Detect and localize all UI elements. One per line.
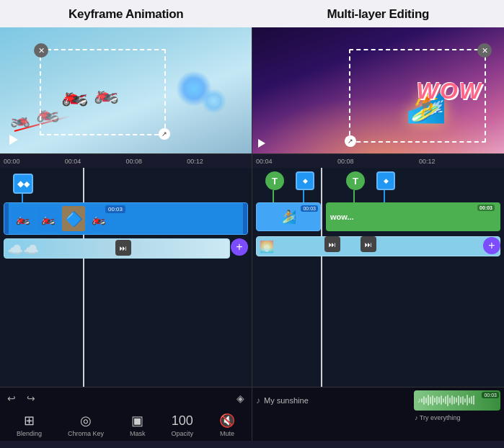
left-video-track[interactable]: 🏍️ 🏍️ 🔷 🏍️ 00:03 — [4, 202, 248, 235]
wave-bar — [458, 395, 459, 406]
music-waveform — [421, 394, 474, 407]
right-track-1[interactable]: 🏄 00:03 — [256, 202, 321, 231]
right-ruler-mark-1: 00:08 — [337, 158, 419, 165]
selection-resize-right[interactable]: ↗ — [345, 135, 356, 147]
rt-sq-icon-2: ◆ — [384, 177, 389, 184]
wave-bar — [430, 397, 431, 404]
tool-chroma-key[interactable]: ◎ Chroma Key — [68, 413, 104, 437]
ruler-mark-0: 00:00 — [4, 158, 65, 165]
tool-blending[interactable]: ⊞ Blending — [17, 413, 42, 437]
tool-mask[interactable]: ▣ Mask — [130, 413, 146, 437]
wave-bar — [449, 398, 451, 403]
chroma-key-icon: ◎ — [80, 413, 92, 429]
right-skip-btn-1[interactable]: ⏭ — [324, 236, 340, 252]
right-video-preview: 🏄 WOW ✕ ↗ — [252, 27, 504, 153]
control-icons-row: ↩ ↪ ◈ — [0, 387, 252, 409]
redo-button[interactable]: ↪ — [27, 393, 35, 404]
music-track-badge: 00:03 — [482, 392, 499, 398]
music-track-green[interactable]: ♪ — [414, 390, 500, 411]
track-right-handle[interactable] — [243, 203, 247, 234]
right-add-button[interactable]: + — [483, 237, 500, 254]
right-track-2[interactable]: wow... 00:03 — [326, 202, 500, 231]
wave-bar — [454, 397, 455, 404]
opacity-label: Opacity — [171, 430, 193, 437]
ruler-mark-1: 00:04 — [65, 158, 126, 165]
rt-stem-2 — [303, 190, 304, 203]
selection-box-right[interactable]: ✕ ↗ — [349, 49, 486, 143]
left-video-preview: 🏍️ 🏍️ 🏍️ 🏍️ ✕ ↗ — [0, 27, 252, 153]
moto-bg-1: 🏍️ — [11, 109, 30, 128]
rt-text-marker-1[interactable]: T — [265, 171, 284, 190]
blending-label: Blending — [17, 430, 42, 437]
tool-opacity[interactable]: 100 Opacity — [171, 413, 193, 437]
tool-mute[interactable]: 🔇 Mute — [219, 413, 235, 437]
mask-icon: ▣ — [131, 413, 143, 429]
right-timeline-area: T ◆ T ◆ 🏄 00:03 wow... 00:03 — [252, 168, 504, 387]
wave-bar — [460, 397, 461, 403]
right-play-button[interactable] — [258, 139, 265, 148]
right-ruler-mark-2: 00:12 — [419, 158, 500, 165]
rt-keyframe-marker-1[interactable]: ◆ — [296, 171, 314, 190]
rt-text-marker-2[interactable]: T — [346, 171, 365, 190]
keyframe-marker[interactable]: ◆ — [13, 174, 33, 194]
blending-icon: ⊞ — [24, 413, 35, 429]
close-icon-right: ✕ — [482, 46, 488, 55]
left-play-button[interactable] — [6, 132, 22, 148]
mute-icon: 🔇 — [219, 413, 235, 429]
resize-icon: ↗ — [162, 130, 167, 138]
music-note-icon: ♪ — [256, 395, 260, 406]
right-skip-btn-2[interactable]: ⏭ — [361, 236, 376, 252]
play-triangle-icon — [9, 135, 18, 145]
wave-bar — [428, 395, 429, 406]
rt-keyframe-marker-2[interactable]: ◆ — [376, 171, 395, 190]
left-playhead — [83, 168, 84, 387]
selection-resize-handle[interactable]: ↗ — [159, 128, 170, 140]
rt-stem-4 — [384, 190, 385, 203]
left-track-badge: 00:03 — [105, 205, 125, 213]
rt-stem-1 — [273, 190, 274, 203]
try-everything-label: ♪ Try everything — [415, 414, 461, 421]
right-timeline-ruler: 00:04 00:08 00:12 — [252, 153, 504, 168]
rt-sq-icon-1: ◆ — [303, 177, 308, 184]
mask-label: Mask — [130, 430, 146, 437]
rt-track1-thumb: 🏄 — [280, 209, 296, 225]
thumb-2: 🏍️ — [37, 206, 60, 231]
ruler-mark-3: 00:12 — [187, 158, 248, 165]
selection-box-left[interactable]: ✕ ↗ — [40, 49, 166, 135]
right-bottom: ♪ My sunshine ♪ — [252, 387, 504, 441]
selection-close-btn[interactable]: ✕ — [34, 43, 48, 58]
skip-icon-r2: ⏭ — [365, 241, 372, 248]
mute-label: Mute — [220, 430, 234, 437]
wave-bar — [467, 395, 468, 406]
rt-stem-3 — [353, 190, 355, 203]
wave-bar — [438, 397, 440, 403]
thumb-1: 🏍️ — [12, 206, 35, 231]
swirl-effect-2 — [201, 89, 226, 114]
header-right: Multi-layer Editing — [252, 7, 505, 22]
rt-track2-text: wow... — [330, 212, 354, 221]
wave-bar — [421, 398, 423, 403]
right-ruler-mark-0: 00:04 — [256, 158, 337, 165]
wave-bar — [447, 395, 448, 406]
ruler-mark-2: 00:08 — [126, 158, 187, 165]
keyframe-diamond-icon: ◆ — [24, 179, 30, 189]
right-panel: 🏄 WOW ✕ ↗ 00:04 00:08 00:12 — [252, 27, 504, 441]
play-triangle-icon-right — [258, 139, 265, 148]
wave-bar — [432, 395, 433, 406]
music-label[interactable]: My sunshine — [264, 396, 410, 405]
wave-bar — [434, 398, 436, 403]
right-sky-track[interactable]: 🌅 — [256, 236, 500, 256]
top-header: Keyframe Animation Multi-layer Editing — [0, 0, 504, 27]
wave-bar — [464, 398, 466, 403]
wave-bar — [423, 396, 425, 405]
left-toolbar: ⊞ Blending ◎ Chroma Key ▣ Mask 100 Opaci… — [0, 409, 252, 441]
left-add-button[interactable]: + — [231, 238, 248, 256]
skip-icon-left: ⏭ — [120, 244, 127, 252]
selection-close-btn-right[interactable]: ✕ — [477, 43, 492, 58]
left-skip-button[interactable]: ⏭ — [115, 240, 131, 256]
wave-bar — [469, 398, 470, 403]
undo-button[interactable]: ↩ — [7, 393, 16, 404]
try-everything-row: ♪ Try everything — [411, 413, 504, 423]
keyframe-diamond-btn[interactable]: ◈ — [236, 393, 244, 404]
left-panel: 🏍️ 🏍️ 🏍️ 🏍️ ✕ ↗ — [0, 27, 252, 441]
